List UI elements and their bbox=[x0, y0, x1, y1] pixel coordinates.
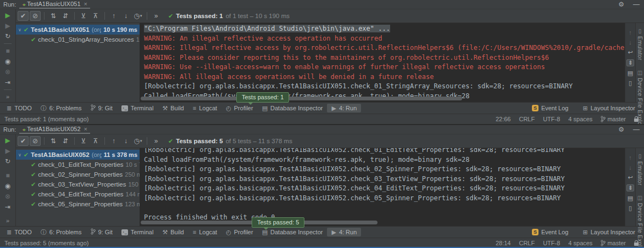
close-icon[interactable]: × bbox=[84, 1, 87, 7]
down-stacktrace-icon[interactable]: ↓ bbox=[629, 40, 632, 46]
kill-process-icon[interactable]: ⊗ bbox=[5, 193, 10, 200]
import-test-results-icon[interactable]: ⇥ bbox=[5, 204, 10, 210]
run-tab[interactable]: ◂▸ TestA1BasicUIX052 × bbox=[19, 125, 90, 134]
clear-all-icon[interactable]: ▯ bbox=[629, 80, 632, 86]
sort-by-duration-icon[interactable]: ⇵ bbox=[60, 136, 71, 146]
lock-icon[interactable] bbox=[634, 243, 639, 246]
down-stacktrace-icon[interactable]: ↓ bbox=[629, 165, 632, 171]
test-suite-row[interactable]: ∨ ✔ TestA1BasicUIX052 (org.aplas.basica … bbox=[16, 150, 140, 160]
toolwindow-button-profiler[interactable]: ◴Profiler bbox=[221, 228, 257, 236]
close-icon[interactable]: × bbox=[84, 126, 87, 132]
git-branch-widget[interactable]: master bbox=[601, 240, 626, 246]
chevron-down-icon[interactable]: ∨ bbox=[18, 153, 21, 157]
expand-all-icon[interactable]: ⊻ bbox=[78, 136, 89, 146]
toolwindow-button-logcat[interactable]: ≡Logcat bbox=[188, 104, 221, 112]
import-test-results-icon[interactable]: ⇥ bbox=[5, 79, 10, 86]
status-item[interactable]: UTF-8 bbox=[543, 116, 560, 122]
toolwindow-button-9-git[interactable]: 9: Git bbox=[86, 227, 117, 237]
next-failed-icon[interactable]: ↓ bbox=[120, 11, 131, 21]
event-log-button[interactable]: S Event Log bbox=[528, 228, 573, 236]
sort-by-duration-icon[interactable]: ⇵ bbox=[60, 11, 71, 21]
chevron-down-icon[interactable]: ∨ bbox=[18, 27, 21, 32]
stop-icon[interactable]: ■ bbox=[5, 48, 9, 54]
rerun-failed-tests-icon[interactable]: ▶ bbox=[5, 22, 10, 29]
more-icon[interactable]: » bbox=[6, 218, 9, 224]
scrollbar-thumb[interactable] bbox=[141, 97, 462, 100]
previous-failed-icon[interactable]: ↑ bbox=[108, 11, 119, 21]
scroll-to-end-icon[interactable]: ⇟ bbox=[626, 59, 634, 66]
toolwindow-button-build[interactable]: ⚒Build bbox=[158, 228, 188, 236]
tool-window-button-emulator[interactable]: ▯Emulator bbox=[637, 29, 643, 60]
horizontal-scrollbar[interactable] bbox=[141, 221, 614, 224]
status-item[interactable]: 4 spaces bbox=[568, 240, 592, 246]
previous-failed-icon[interactable]: ↑ bbox=[108, 136, 119, 146]
show-passed-icon[interactable]: ✔ bbox=[18, 136, 29, 146]
minimize-icon[interactable]: — bbox=[633, 126, 640, 133]
toolwindow-button-database-inspector[interactable]: ▤Database Inspector bbox=[258, 104, 327, 112]
collapse-all-icon[interactable]: ⊼ bbox=[90, 136, 101, 146]
sort-alphabetically-icon[interactable]: ⇅ bbox=[48, 11, 59, 21]
toolwindow-button-todo[interactable]: ≣TODO bbox=[2, 104, 36, 112]
minimize-icon[interactable]: — bbox=[633, 1, 640, 8]
kill-process-icon[interactable]: ⊗ bbox=[5, 69, 10, 75]
print-icon[interactable]: ▤ bbox=[628, 70, 633, 76]
status-item[interactable]: UTF-8 bbox=[543, 240, 560, 246]
test-history-icon[interactable]: ◷▾ bbox=[132, 136, 143, 146]
caret-position[interactable]: 22:66 bbox=[496, 116, 511, 122]
git-branch-widget[interactable]: master bbox=[601, 116, 626, 122]
next-failed-icon[interactable]: ↓ bbox=[120, 136, 131, 146]
clear-all-icon[interactable]: ▯ bbox=[629, 205, 632, 211]
tool-window-button-device-file-explorer[interactable]: ◫Device File Explorer bbox=[637, 195, 643, 248]
collapse-all-icon[interactable]: ⊼ bbox=[90, 11, 101, 21]
layout-inspector-button[interactable]: ⊞ Layout Inspector bbox=[578, 228, 640, 236]
more-actions-icon[interactable]: » bbox=[151, 136, 162, 146]
status-item[interactable]: CRLF bbox=[519, 116, 535, 122]
up-stacktrace-icon[interactable]: ↑ bbox=[629, 30, 632, 36]
soft-wrap-icon[interactable]: ↩ bbox=[628, 174, 632, 181]
rerun-tests-icon[interactable]: ▶ bbox=[5, 137, 10, 144]
toolwindow-button-4-run[interactable]: ▶4: Run bbox=[327, 104, 361, 112]
test-case-row[interactable]: ✔check_01_EditText_Properties10 s 711 ms bbox=[16, 160, 140, 170]
toolwindow-button-9-git[interactable]: 9: Git bbox=[86, 103, 117, 113]
show-ignored-icon[interactable]: ⊘ bbox=[30, 11, 41, 21]
tool-window-button-emulator[interactable]: ▯Emulator bbox=[637, 154, 643, 185]
toolwindow-button-6-problems[interactable]: ⓘ6: Problems bbox=[36, 104, 86, 112]
rerun-tests-icon[interactable]: ▶ bbox=[5, 12, 10, 19]
more-icon[interactable]: » bbox=[6, 94, 9, 100]
print-icon[interactable]: ▤ bbox=[628, 195, 633, 201]
test-history-icon[interactable]: ◷▾ bbox=[132, 11, 143, 21]
toolwindow-button-6-problems[interactable]: ⓘ6: Problems bbox=[36, 228, 86, 236]
gear-icon[interactable]: ⚙ bbox=[618, 126, 624, 133]
test-suite-row[interactable]: ∨ ✔ TestA1BasicUIX051 (org.aplas.basica … bbox=[16, 25, 140, 35]
toggle-auto-test-icon[interactable]: ↻ bbox=[5, 33, 10, 40]
scroll-to-end-icon[interactable]: ⇟ bbox=[626, 184, 634, 191]
more-actions-icon[interactable]: » bbox=[151, 11, 162, 21]
status-item[interactable]: CRLF bbox=[519, 240, 535, 246]
rerun-failed-tests-icon[interactable]: ▶ bbox=[5, 148, 10, 154]
test-case-row[interactable]: ✔check_02_Spinner_Properties250 ms bbox=[16, 170, 140, 179]
event-log-button[interactable]: S Event Log bbox=[528, 104, 573, 112]
toolwindow-button-terminal[interactable]: ›_Terminal bbox=[117, 104, 158, 112]
up-stacktrace-icon[interactable]: ↑ bbox=[629, 155, 632, 161]
soft-wrap-icon[interactable]: ↩ bbox=[628, 49, 632, 55]
toolwindow-button-build[interactable]: ⚒Build bbox=[158, 104, 188, 112]
show-passed-icon[interactable]: ✔ bbox=[18, 11, 29, 21]
test-case-row[interactable]: ✔check_01_StringArray_Resources10 s 190 … bbox=[16, 35, 140, 44]
test-case-row[interactable]: ✔check_04_EditText_Properties144 ms bbox=[16, 189, 140, 199]
run-tab[interactable]: ◂▸ TestA1BasicUIX051 × bbox=[19, 0, 90, 9]
sort-alphabetically-icon[interactable]: ⇅ bbox=[48, 136, 59, 146]
tool-window-button-device-file-explorer[interactable]: ◫Device File Explorer bbox=[637, 70, 643, 124]
gear-icon[interactable]: ⚙ bbox=[618, 1, 624, 8]
toolwindow-button-terminal[interactable]: ›_Terminal bbox=[117, 228, 158, 236]
lock-icon[interactable] bbox=[634, 119, 639, 122]
test-case-row[interactable]: ✔check_05_Spinner_Properties123 ms bbox=[16, 199, 140, 209]
toolwindow-button-logcat[interactable]: ≡Logcat bbox=[188, 228, 221, 236]
screenshot-icon[interactable]: ◉ bbox=[5, 58, 10, 65]
expand-all-icon[interactable]: ⊻ bbox=[78, 11, 89, 21]
screenshot-icon[interactable]: ◉ bbox=[5, 183, 10, 189]
show-ignored-icon[interactable]: ⊘ bbox=[30, 136, 41, 146]
layout-inspector-button[interactable]: ⊞ Layout Inspector bbox=[578, 104, 640, 112]
toolwindow-button-todo[interactable]: ≣TODO bbox=[2, 228, 36, 236]
test-case-row[interactable]: ✔check_03_TextView_Properties150 ms bbox=[16, 179, 140, 189]
horizontal-scrollbar[interactable] bbox=[141, 97, 614, 100]
